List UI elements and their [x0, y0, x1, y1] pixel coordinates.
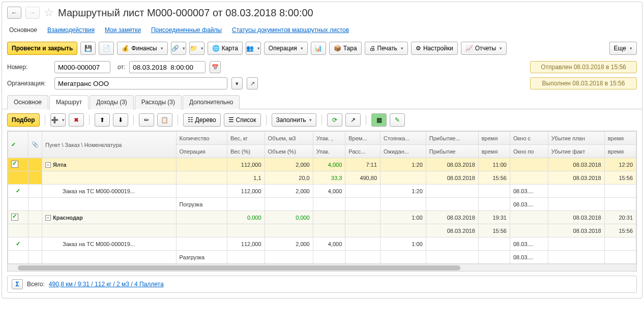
action1-button[interactable]: 🔗 — [171, 42, 186, 55]
org-dropdown-button[interactable]: ▾ — [231, 77, 243, 89]
horizontal-scrollbar[interactable] — [8, 264, 636, 271]
col-dep2[interactable]: Убытие факт — [548, 145, 604, 158]
fill-button[interactable]: Заполнить — [272, 113, 317, 127]
list-view-button[interactable]: ☰ Список — [224, 113, 261, 127]
calendar-button[interactable]: 📅 — [210, 61, 221, 73]
finance-button[interactable]: 💰Финансы — [117, 42, 167, 55]
edit2-button[interactable]: ✎ — [390, 113, 405, 127]
col-arrt2[interactable]: время — [478, 145, 510, 158]
number-input[interactable] — [54, 61, 110, 73]
col-deptime[interactable]: время — [604, 132, 636, 145]
operation-button[interactable]: Операция — [264, 42, 308, 55]
col-time[interactable]: Врем... — [345, 132, 380, 145]
row-checkbox[interactable] — [11, 161, 18, 168]
col-point[interactable]: Пункт \ Заказ \ Номенклатура — [42, 132, 177, 158]
row-checkbox[interactable] — [11, 214, 18, 221]
col-dept2[interactable]: время — [604, 145, 636, 158]
col-win2[interactable]: Окно по — [510, 145, 548, 158]
col-qty[interactable]: Количество — [176, 132, 227, 145]
nav-interactions[interactable]: Взаимодействия — [47, 26, 95, 34]
date-input[interactable] — [129, 61, 206, 73]
tabs: Основное Маршрут Доходы (3) Расходы (3) … — [2, 95, 642, 109]
select-button[interactable]: Подбор — [7, 113, 40, 127]
chart-button[interactable]: 📊 — [311, 42, 326, 55]
col-window[interactable]: Окно с — [510, 132, 548, 145]
col-arrival[interactable]: Прибытие... — [426, 132, 478, 145]
more-button[interactable]: Еще — [609, 42, 637, 55]
col-dist[interactable]: Расс... — [345, 145, 380, 158]
favorite-star-icon[interactable]: ☆ — [44, 6, 54, 19]
col-arr2[interactable]: Прибытие — [426, 145, 478, 158]
post-close-button[interactable]: Провести и закрыть — [7, 42, 77, 55]
nav-notes[interactable]: Мои заметки — [105, 26, 141, 34]
plus-icon: ➕ — [51, 116, 58, 124]
collapse-icon[interactable]: − — [45, 162, 51, 168]
tara-button[interactable]: 📦Тара — [329, 42, 362, 55]
nav-statuses[interactable]: Статусы документов маршрутных листов — [232, 26, 349, 34]
sigma-icon[interactable]: Σ — [12, 279, 23, 289]
copy-icon: 📋 — [161, 116, 168, 124]
collapse-icon[interactable]: − — [45, 215, 51, 221]
table-row[interactable]: Разгрузка 08.03.... — [8, 251, 636, 264]
table-row[interactable]: ✓ Заказ на ТС М000-000019... 112,000 2,0… — [8, 237, 636, 251]
table-row[interactable]: −Ялта 112,000 2,000 4,000 7:11 1:20 08.0… — [8, 158, 636, 171]
folder-icon: 📁 — [190, 45, 197, 52]
col-wait[interactable]: Ожидан... — [380, 145, 426, 158]
nav-main[interactable]: Основное — [9, 26, 37, 34]
col-departure[interactable]: Убытие план — [548, 132, 604, 145]
copy-button[interactable]: 📋 — [157, 113, 172, 127]
export-button[interactable]: ↗ — [345, 113, 361, 127]
moveup-button[interactable]: ⬆ — [95, 113, 110, 127]
back-button[interactable]: ← — [7, 7, 21, 19]
table-row[interactable]: −Краснодар 0,000 0,000 1:00 08.03.2018 1… — [8, 211, 636, 224]
route-grid[interactable]: ✓ 📎 Пункт \ Заказ \ Номенклатура Количес… — [7, 131, 637, 271]
action2-button[interactable]: 📁 — [189, 42, 204, 55]
table-row[interactable]: 08.03.2018 15:56 08.03.2018 15:56 — [8, 224, 636, 237]
calendar-icon: 📅 — [212, 64, 219, 71]
movedown-button[interactable]: ⬇ — [113, 113, 128, 127]
nav-files[interactable]: Присоединенные файлы — [151, 26, 222, 34]
grid-button[interactable]: ▦ — [371, 113, 387, 127]
tab-expense[interactable]: Расходы (3) — [135, 95, 182, 109]
col-volume[interactable]: Объем, м3 — [265, 132, 313, 145]
tab-additional[interactable]: Дополнительно — [183, 95, 240, 109]
col-arrtime[interactable]: время — [478, 132, 510, 145]
sub-toolbar: Подбор ➕ ✖ ⬆ ⬇ ✏ 📋 ☷ Дерево ☰ Список Зап… — [2, 109, 642, 131]
edit-button[interactable]: ✏ — [139, 113, 154, 127]
up-icon: ⬆ — [100, 116, 105, 124]
tab-route[interactable]: Маршрут — [49, 95, 89, 109]
settings-button[interactable]: ⚙Настройки — [411, 42, 458, 55]
col-check[interactable]: ✓ — [8, 132, 28, 158]
table-row[interactable]: ✓ Заказ на ТС М000-000019... 112,000 2,0… — [8, 185, 636, 198]
col-stop[interactable]: Стоянка... — [380, 132, 426, 145]
number-label: Номер: — [7, 64, 50, 71]
col-attach[interactable]: 📎 — [28, 132, 42, 158]
org-open-button[interactable]: ↗ — [247, 77, 258, 89]
delete-button[interactable]: ✖ — [69, 113, 84, 127]
summary-link[interactable]: 490,8 км / 9:31 / 112 кг / 2 м3 / 4 Палл… — [49, 281, 164, 288]
col-pack[interactable]: Упак. , — [313, 132, 345, 145]
tab-main[interactable]: Основное — [7, 95, 48, 109]
report-icon: 📈 — [465, 45, 473, 52]
post-button[interactable]: 📄 — [99, 42, 114, 55]
print-button[interactable]: 🖨Печать — [365, 42, 408, 55]
org-input[interactable] — [54, 77, 227, 89]
map-button[interactable]: 🌐Карта — [208, 42, 243, 55]
col-op[interactable]: Операция — [176, 145, 227, 158]
export-icon: ↗ — [350, 116, 356, 124]
col-weight[interactable]: Вес, кг — [227, 132, 265, 145]
save-button[interactable]: 💾 — [80, 42, 96, 55]
table-row[interactable]: 1,1 20,0 33,3 490,80 08.03.2018 15:56 08… — [8, 171, 636, 185]
add-button[interactable]: ➕ — [50, 113, 66, 127]
table-row[interactable]: Погрузка 08.03.... — [8, 198, 636, 211]
col-wtp[interactable]: Вес (%) — [227, 145, 265, 158]
floppy-icon: 💾 — [84, 45, 92, 52]
people-button[interactable]: 👥 — [246, 42, 261, 55]
refresh-button[interactable]: ⟳ — [327, 113, 342, 127]
col-volp[interactable]: Объем (%) — [265, 145, 313, 158]
forward-button[interactable]: → — [25, 7, 40, 19]
reports-button[interactable]: 📈Отчеты — [461, 42, 507, 55]
tree-view-button[interactable]: ☷ Дерево — [183, 113, 221, 127]
tab-income[interactable]: Доходы (3) — [90, 95, 134, 109]
col-packp[interactable]: Упак. — [313, 145, 345, 158]
